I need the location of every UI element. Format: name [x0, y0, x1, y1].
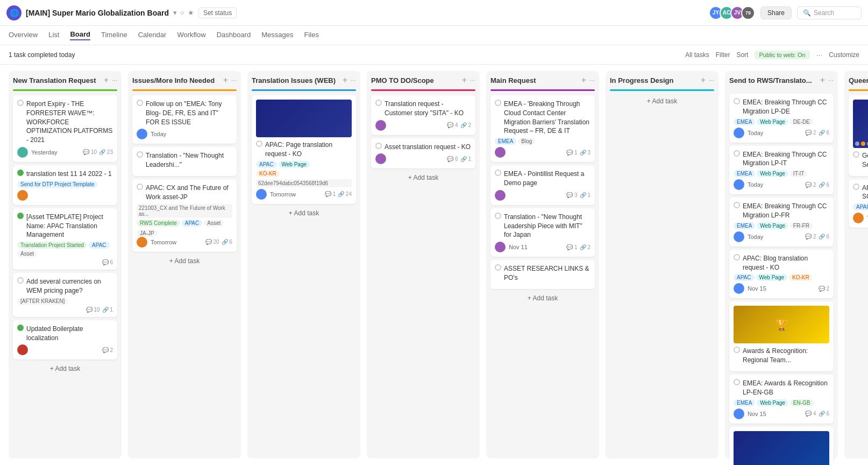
toolbar-more-icon[interactable]: ··· [816, 51, 823, 59]
card[interactable]: APAC: Genesys PS LP-EN-SG APACWeb PageEN… [849, 179, 868, 228]
tag: RWS Complete [137, 220, 180, 227]
share-button[interactable]: Share [760, 6, 792, 19]
card-icon-count: 🔗 6 [819, 234, 829, 239]
set-status-button[interactable]: Set status [198, 8, 237, 18]
card[interactable]: EMEA: Awards & Recognition LP-EN-GB EMEA… [729, 375, 834, 424]
tag: Blog [518, 138, 535, 145]
card-sub2: JA-JP [137, 230, 158, 237]
card-title: Genesys Professional Services page re... [862, 151, 868, 170]
card[interactable]: Translation - "New Thought Leadership Pi… [490, 208, 595, 257]
status-circle [375, 100, 382, 106]
card-comment-count: 💬 6 [447, 156, 458, 162]
add-task-button-new-translation[interactable]: + Add task [13, 363, 117, 375]
card-meta: Nov 15💬 4🔗 6 [734, 408, 829, 419]
tag: IT-IT [790, 170, 808, 177]
card[interactable]: Genesys Professional Services page re... [849, 95, 868, 176]
card-date: Today [748, 234, 763, 240]
status-circle [17, 277, 24, 284]
card-header-row: EMEA - Pointillist Request a Demo page [495, 170, 590, 188]
card-icons: 💬 10🔗 1 [86, 307, 113, 313]
col-add-in-progress-design[interactable]: + [701, 75, 706, 85]
col-more-issues-more-info[interactable]: ··· [231, 76, 237, 84]
card[interactable]: EMEA: Breaking Through CC Migration LP-D… [729, 94, 834, 143]
col-add-translation-issues-web[interactable]: + [343, 75, 347, 85]
card[interactable]: APAC: CX and The Future of Work asset-JP… [132, 179, 237, 252]
col-header-in-progress-design: In Progress Design + ··· [610, 75, 714, 85]
card[interactable]: 🏆 Awards & Recognition: Regional Team... [729, 301, 834, 371]
card[interactable]: Updated Boilerplate localization 💬 2 [13, 320, 117, 360]
card-icons: 💬 1🔗 2 [566, 244, 590, 250]
status-circle [375, 143, 382, 149]
col-add-new-translation[interactable]: + [104, 75, 109, 85]
tag: FR-FR [790, 222, 813, 229]
nav-tab-messages[interactable]: Messages [261, 31, 293, 40]
card-header-row: Report Expiry - THE FORRESTER WAVE™: WOR… [17, 100, 113, 145]
search-box[interactable]: 🔍 Search [797, 6, 862, 19]
add-task-button-in-progress-design[interactable]: + Add task [610, 95, 714, 107]
col-add-pmo-todo[interactable]: + [462, 75, 467, 85]
dropdown-icon[interactable]: ▾ [173, 9, 177, 17]
info-icon[interactable]: ○ [180, 9, 184, 17]
filter-button[interactable]: Filter [716, 51, 730, 59]
col-more-translation-issues-web[interactable]: ··· [351, 76, 356, 84]
card-title: EMEA - Pointillist Request a Demo page [504, 170, 590, 188]
nav-tab-timeline[interactable]: Timeline [101, 31, 127, 40]
card[interactable]: EMEA - 'Breaking Through Cloud Contact C… [490, 95, 595, 162]
nav-tab-list[interactable]: List [48, 31, 59, 40]
nav-tab-calendar[interactable]: Calendar [138, 31, 167, 40]
card-date: Tomorrow [151, 239, 176, 245]
card[interactable]: ASSET RESEARCH LINKS & PO's [490, 260, 595, 289]
card[interactable]: Report Expiry - THE FORRESTER WAVE™: WOR… [13, 95, 117, 162]
card[interactable]: APAC: Page translation request - KO APAC… [252, 95, 356, 204]
sort-button[interactable]: Sort [736, 51, 748, 59]
card-title: APAC: CX and The Future of Work asset-JP [146, 184, 232, 202]
card-title: Follow up on "EMEA: Tony Blog- DE, FR, E… [146, 100, 232, 126]
col-more-send-to-rws[interactable]: ··· [828, 76, 834, 84]
add-task-button-issues-more-info[interactable]: + Add task [132, 255, 237, 267]
status-circle [17, 100, 24, 106]
card-avatar [853, 213, 864, 223]
card-icon-count: 🔗 1 [460, 156, 471, 162]
card[interactable]: APAC: Blog translation request - KO APAC… [729, 250, 834, 299]
nav-tab-overview[interactable]: Overview [9, 31, 38, 40]
nav-tab-board[interactable]: Board [70, 30, 90, 40]
add-task-button-queens-english[interactable]: + Add task [849, 231, 868, 243]
add-task-button-pmo-todo[interactable]: + Add task [371, 172, 475, 184]
nav-tab-files[interactable]: Files [304, 31, 318, 40]
search-icon: 🔍 [803, 9, 811, 17]
col-add-main-request[interactable]: + [581, 75, 586, 85]
card[interactable]: EMEA - Pointillist Request a Demo page 💬… [490, 165, 595, 205]
card-hash: 62dee794dabc0543568f19d6 [256, 179, 352, 187]
star-icon[interactable]: ★ [188, 9, 194, 17]
status-circle [734, 347, 740, 353]
card[interactable]: Asset translation request - KO 💬 6🔗 1 [371, 138, 475, 169]
col-add-send-to-rws[interactable]: + [820, 75, 825, 85]
card-meta: Tomorrow💬 20🔗 6 [137, 237, 232, 248]
col-more-in-progress-design[interactable]: ··· [709, 76, 714, 84]
customize-button[interactable]: Customize [829, 51, 859, 59]
nav-tab-workflow[interactable]: Workflow [177, 31, 205, 40]
card-icon-count: 🔗 3 [580, 150, 590, 156]
card-icons: 💬 4🔗 2 [447, 122, 471, 128]
card[interactable]: Awards & Recognition: Regional Team... [729, 427, 834, 465]
add-task-button-translation-issues-web[interactable]: + Add task [252, 207, 356, 219]
card-icons: 💬 20🔗 6 [205, 239, 232, 245]
card[interactable]: EMEA: Breaking Through CC Migration LP-F… [729, 198, 834, 246]
tag: KO-KR [789, 274, 813, 281]
nav-tab-dashboard[interactable]: Dashboard [217, 31, 251, 40]
col-more-main-request[interactable]: ··· [589, 76, 595, 84]
card-meta: 💬 6🔗 1 [375, 153, 471, 164]
card[interactable]: Follow up on "EMEA: Tony Blog- DE, FR, E… [132, 95, 237, 144]
col-more-pmo-todo[interactable]: ··· [470, 76, 475, 84]
app-logo: 🌐 [6, 5, 22, 20]
card[interactable]: Translation - "New Thought Leadershi..." [132, 147, 237, 176]
card[interactable]: [Asset TEMPLATE] Project Name: APAC Tran… [13, 208, 117, 270]
card[interactable]: EMEA: Breaking Through CC Migration LP-I… [729, 146, 834, 195]
card[interactable]: Translation request - Customer story "SI… [371, 95, 475, 135]
col-add-issues-more-info[interactable]: + [223, 75, 228, 85]
col-more-new-translation[interactable]: ··· [112, 76, 117, 84]
all-tasks-button[interactable]: All tasks [685, 51, 709, 59]
add-task-button-main-request[interactable]: + Add task [490, 292, 595, 304]
card[interactable]: Add several currencies on WEM pricing pa… [13, 273, 117, 317]
card[interactable]: translation test 11 14 2022 - 1 Send for… [13, 165, 117, 205]
